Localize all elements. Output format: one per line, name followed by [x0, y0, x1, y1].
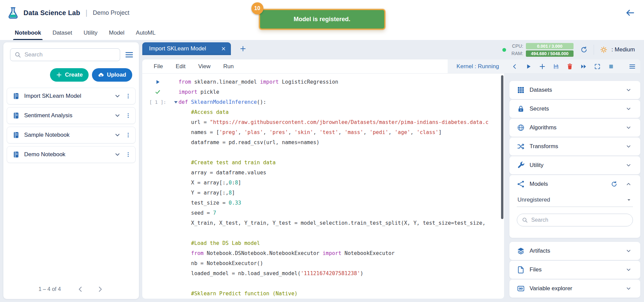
new-tab-icon[interactable] [240, 45, 246, 52]
section-header-models[interactable]: Models [509, 175, 640, 193]
code-line[interactable]: #Access data [179, 107, 503, 117]
notebook-search-input[interactable] [24, 51, 116, 58]
code-line[interactable] [179, 228, 503, 238]
nav-tab-dataset[interactable]: Dataset [52, 26, 72, 40]
section-header-algorithms[interactable]: Algorithms [509, 119, 640, 137]
kebab-menu-icon[interactable] [125, 93, 131, 99]
code-line[interactable]: #Sklearn Predict function (Native) [179, 289, 503, 299]
section-header-datasets[interactable]: Datasets [509, 81, 640, 99]
code-line[interactable]: array = dataframe.values [179, 168, 503, 178]
models-search-box[interactable] [517, 214, 633, 226]
menu-file[interactable]: File [154, 63, 163, 70]
code-line[interactable]: from Notebook.DSNotebook.NotebookExecuto… [179, 248, 503, 258]
code-line[interactable]: Y = array[:,8] [179, 188, 503, 198]
menu-view[interactable]: View [198, 63, 211, 70]
kebab-menu-icon[interactable] [125, 113, 131, 119]
code-line[interactable]: X = array[:,0:8] [179, 178, 503, 188]
notebook-search-box[interactable] [10, 48, 120, 61]
code-line[interactable]: from sklearn.linear_model import Logisti… [179, 77, 503, 87]
code-cell[interactable]: from sklearn.linear_model import Logisti… [173, 74, 504, 299]
chevron-up-icon[interactable] [626, 181, 632, 187]
run-all-icon[interactable] [580, 63, 587, 70]
chevron-down-icon[interactable] [626, 162, 632, 168]
code-line[interactable] [179, 278, 503, 289]
run-cell-icon[interactable] [525, 63, 532, 70]
chevron-down-icon[interactable] [626, 143, 632, 149]
code-line[interactable]: names = ['preg', 'plas', 'pres', 'skin',… [179, 127, 503, 137]
code-line[interactable]: #Create test and train data [179, 158, 503, 168]
code-line[interactable]: nb = NotebookExecutor() [179, 258, 503, 268]
chevron-down-icon[interactable] [626, 286, 632, 292]
menu-edit[interactable]: Edit [176, 63, 185, 70]
section-header-artifacts[interactable]: Artifacts [509, 242, 640, 260]
notebook-tab-import-sklearn-model[interactable]: Import SKLearn Model [142, 42, 231, 55]
chevron-down-icon[interactable] [626, 106, 632, 112]
nav-tab-automl[interactable]: AutoML [136, 26, 156, 40]
code-line[interactable]: seed = 7 [179, 208, 503, 218]
section-header-utility[interactable]: Utility [509, 156, 640, 174]
chevron-down-icon[interactable] [626, 267, 632, 273]
section-header-files[interactable]: Files [509, 261, 640, 279]
chevron-down-icon[interactable] [626, 125, 632, 131]
fold-caret-icon[interactable] [174, 101, 178, 103]
chevron-down-icon[interactable] [114, 151, 121, 158]
chevron-down-icon[interactable] [114, 93, 121, 99]
notebook-list-item[interactable]: Demo Notebook [7, 146, 136, 163]
code-line[interactable]: dataframe = pd.read_csv(url, names=names… [179, 137, 503, 147]
fullscreen-icon[interactable] [594, 63, 601, 70]
notebook-list-item[interactable]: Sample Notebook [7, 127, 136, 143]
chevron-down-icon[interactable] [626, 248, 632, 254]
save-notebook-icon[interactable] [553, 63, 559, 70]
models-panel-body: Unregistered [509, 193, 640, 226]
next-page-icon[interactable] [96, 286, 104, 293]
sidebar-menu-icon[interactable] [125, 50, 134, 59]
code-line[interactable] [179, 147, 503, 158]
kebab-menu-icon[interactable] [125, 152, 131, 158]
code-line[interactable]: import pickle [179, 87, 503, 97]
section-header-transforms[interactable]: Transforms [509, 137, 640, 156]
notebook-name: Demo Notebook [24, 151, 110, 158]
kebab-menu-icon[interactable] [125, 132, 131, 138]
code-line[interactable]: loaded_model = nb.load_saved_model('1112… [179, 268, 503, 278]
chevron-down-icon[interactable] [114, 132, 121, 138]
ram-label: RAM: [511, 51, 523, 56]
create-button[interactable]: Create [50, 68, 89, 82]
notebook-list-item[interactable]: Sentiment Analysis [7, 107, 136, 124]
models-search-input[interactable] [531, 217, 628, 223]
chevron-down-icon[interactable] [626, 87, 632, 93]
delete-cell-icon[interactable] [566, 63, 573, 70]
code-line[interactable]: url = "https://raw.githubusercontent.com… [179, 117, 503, 127]
code-line[interactable]: def SklearnModelInference(): [179, 97, 503, 107]
nav-tab-utility[interactable]: Utility [84, 26, 98, 40]
notebook-list-item[interactable]: Import SKLearn Model [7, 88, 136, 104]
editor-menu-icon[interactable] [629, 63, 636, 70]
upload-button[interactable]: Upload [92, 68, 132, 82]
code-line[interactable]: X_train, X_test, Y_train, Y_test = model… [179, 218, 503, 228]
add-cell-icon[interactable] [539, 63, 546, 70]
section-header-variable-explorer[interactable]: Variable explorer [509, 279, 640, 298]
step-back-icon[interactable] [511, 63, 518, 70]
sidebar-actions: Create Upload [3, 61, 139, 88]
refresh-models-icon[interactable] [611, 181, 617, 187]
cell-gutter: [ 1 ]: [142, 74, 173, 299]
menu-run[interactable]: Run [223, 63, 234, 70]
panel-section-algorithms: Algorithms [509, 119, 640, 137]
editor-scrollbar-thumb[interactable] [501, 75, 503, 219]
editor-toolbar: FileEditViewRun Kernel : Running [142, 59, 640, 74]
tab-close-icon[interactable] [221, 46, 226, 51]
chevron-down-icon[interactable] [114, 112, 121, 119]
section-header-secrets[interactable]: Secrets [509, 100, 640, 118]
prev-page-icon[interactable] [77, 286, 84, 293]
toast-message: Model is registered. [294, 16, 350, 23]
nav-tab-model[interactable]: Model [109, 26, 125, 40]
instance-settings-gear-icon[interactable] [600, 46, 607, 53]
stop-kernel-icon[interactable] [608, 63, 614, 70]
models-filter-select[interactable]: Unregistered [517, 197, 633, 207]
refresh-resources-icon[interactable] [580, 46, 588, 53]
code-line[interactable]: #Load the DS Lab model [179, 238, 503, 248]
nav-tab-notebook[interactable]: Notebook [15, 26, 41, 40]
notebook-editor: [ 1 ]: from sklearn.linear_model import … [142, 74, 504, 299]
run-cell-gutter-icon[interactable] [155, 79, 161, 85]
back-arrow-icon[interactable] [625, 8, 635, 18]
code-line[interactable]: test_size = 0.33 [179, 198, 503, 208]
